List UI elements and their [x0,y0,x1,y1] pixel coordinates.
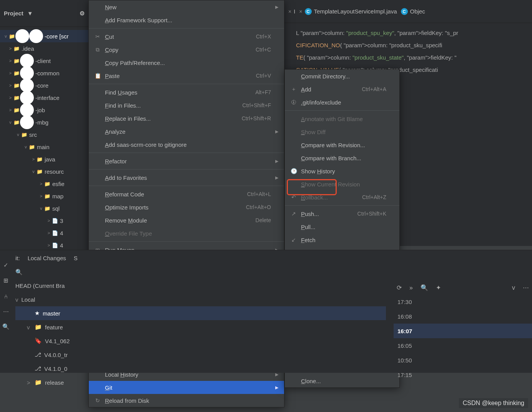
tree-item[interactable]: >📁esfie [0,178,88,190]
branch-item[interactable]: v📁feature [15,320,386,334]
menu-item-paste[interactable]: 📋PasteCtrl+V [89,69,284,82]
shortcut-label: Ctrl+V [256,73,271,79]
branch-item[interactable]: >📁release [15,375,386,389]
vcs-tab[interactable]: it: [15,255,20,261]
menu-item-replace-in-files[interactable]: Replace in Files...Ctrl+Shift+R [89,112,284,125]
tree-item[interactable]: >📁-common [0,67,88,79]
chevron-icon: > [46,243,52,248]
menu-label: Rollback... [301,194,358,201]
menu-item-copy[interactable]: ⧉CopyCtrl+C [89,43,284,56]
tree-item[interactable]: >📁-job [0,104,88,116]
menu-item-commit-directory[interactable]: Commit Directory... [285,70,399,83]
menu-icon: ↗ [290,211,297,217]
redaction-dot [29,29,43,43]
branch-icon: ⎇ [35,351,41,358]
shortcut-label: Ctrl+Alt+O [246,204,271,210]
menu-item-add-framework-support[interactable]: Add Framework Support... [89,13,284,27]
tree-item[interactable]: >📁-core [0,79,88,91]
menu-item-fetch[interactable]: ↙Fetch [285,233,399,246]
close-icon[interactable]: × [299,8,302,15]
menu-item-show-current-revision: Show Current Revision [285,178,399,191]
tree-item[interactable]: >📁-interface [0,91,88,104]
menu-item-push[interactable]: ↗Push...Ctrl+Shift+K [285,207,399,220]
collapse-icon[interactable]: ⋯ [523,284,529,291]
menu-item-pull[interactable]: Pull... [285,220,399,233]
tree-item[interactable]: >📁.idea [0,42,88,55]
menu-label: Show History [301,168,382,174]
menu-item-add-saas-scrm-core-to-gitignore[interactable]: Add saas-scrm-core to gitignore [89,138,284,151]
tree-label: sql [52,205,60,212]
branch-item[interactable]: 🔖V4.1_062 [15,334,386,348]
menu-item-remove-module[interactable]: Remove ModuleDelete [89,214,284,227]
vcs-tab[interactable]: Local Changes [28,255,66,261]
commit-row[interactable]: 16:05 [394,338,532,353]
more-icon[interactable]: ⋯ [0,304,12,319]
tree-label: main [37,144,50,150]
search-icon[interactable]: 🔍 [0,319,12,334]
star-icon[interactable]: ✦ [436,284,441,291]
menu-item-add-to-favorites[interactable]: Add to Favorites▶ [89,171,284,184]
expand-arrow[interactable]: v [512,284,515,291]
changes-icon[interactable]: ⊞ [0,273,12,288]
local-group[interactable]: vLocal [15,292,386,306]
commit-icon[interactable]: ✓ [0,258,12,273]
menu-item-compare-with-revision[interactable]: Compare with Revision... [285,138,399,151]
menu-item-add[interactable]: +AddCtrl+Alt+A [285,83,399,96]
menu-item-cut[interactable]: ✂CutCtrl+X [89,30,284,43]
submenu-arrow-icon: ▶ [275,175,279,180]
tree-item[interactable]: >📁java [0,153,88,165]
branch-item[interactable]: ⎇V4.0.0_tr [15,348,386,362]
tree-item[interactable]: v📁resourc [0,165,88,178]
gear-icon[interactable]: ⚙ [80,10,85,17]
commit-row[interactable]: 16:08 [394,309,532,324]
chevron-down-icon: ▼ [27,10,33,17]
vcs-tabs[interactable]: it: Local Changes S [0,250,532,266]
close-icon[interactable]: × [288,8,291,15]
chevron-icon: > [8,95,13,100]
tree-item[interactable]: v📁main [0,141,88,153]
project-root[interactable]: v 📁 -core [scr [0,30,88,42]
menu-item-copy-path-reference[interactable]: Copy Path/Reference... [89,56,284,69]
search-icon[interactable]: 🔍 [15,269,386,276]
tab-label: I [294,8,295,15]
menu-item-compare-with-branch[interactable]: Compare with Branch... [285,151,399,164]
more-icon[interactable]: » [409,284,413,291]
vcs-tab[interactable]: S [74,255,78,261]
menu-label: .git/info/exclude [301,99,382,106]
tree-item[interactable]: >📁map [0,190,88,202]
tree-item[interactable]: v📁-mbg [0,116,88,128]
editor-tab[interactable]: ×CTemplateLayoutServiceImpl.java [299,8,397,15]
tree-item[interactable]: v📁src [0,128,88,141]
menu-item-reload-from-disk[interactable]: ↻Reload from Disk [89,394,284,407]
menu-item-find-in-files[interactable]: Find in Files...Ctrl+Shift+F [89,99,284,112]
tree-item[interactable]: >📁-client [0,55,88,67]
menu-item-git-info-exclude[interactable]: 🛈.git/info/exclude [285,96,399,109]
tree-item[interactable]: >📄4 [0,227,88,239]
commit-row[interactable]: 10:50 [394,353,532,367]
menu-item-new[interactable]: New▶ [89,0,284,13]
refresh-icon[interactable]: ⟳ [397,284,402,291]
tree-item[interactable]: v📁sql [0,202,88,214]
branch-item[interactable]: ⎇V4.1.0_0 [15,362,386,375]
menu-item-reformat-code[interactable]: Reformat CodeCtrl+Alt+L [89,188,284,201]
menu-item-find-usages[interactable]: Find UsagesAlt+F7 [89,86,284,99]
commit-row[interactable]: 17:30 [394,294,532,309]
editor-tab[interactable]: CObjec [401,8,425,15]
menu-item-show-history[interactable]: 🕑Show History [285,164,399,178]
branch-item[interactable]: ★master [15,306,386,320]
search-icon[interactable]: 🔍 [421,284,428,291]
tree-item[interactable]: >📄3 [0,214,88,227]
menu-label: Analyze [105,128,267,135]
chevron-icon: > [46,218,52,223]
commit-row[interactable]: 17:15 [394,367,532,382]
folder-icon: 📁 [13,46,20,52]
project-tool-header[interactable]: Project ▼ ⚙ [0,0,88,27]
menu-item-refactor[interactable]: Refactor▶ [89,154,284,168]
menu-item-analyze[interactable]: Analyze▶ [89,125,284,138]
branch-icon: 📁 [35,379,42,386]
commit-row[interactable]: 16:07 [394,324,532,338]
editor-tab[interactable]: ×I [288,8,295,15]
history-icon[interactable]: ⑃ [0,288,12,304]
folder-icon: 📁 [13,83,20,88]
menu-item-optimize-imports[interactable]: Optimize ImportsCtrl+Alt+O [89,201,284,214]
